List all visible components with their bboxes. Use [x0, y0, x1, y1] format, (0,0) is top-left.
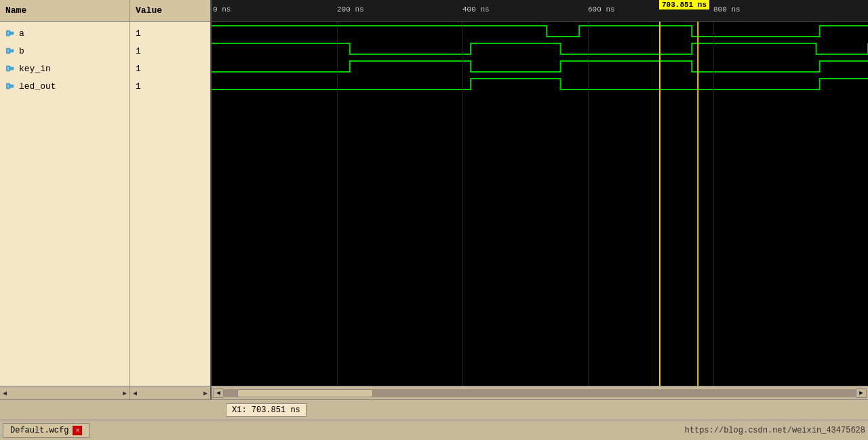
signal-ledout-icon — [5, 81, 16, 91]
signal-ledout-label: led_out — [19, 81, 56, 92]
value-b: 1 — [130, 42, 210, 60]
scroll-main-right-btn[interactable]: ▶ — [856, 388, 867, 398]
svg-rect-7 — [10, 67, 14, 70]
cursor-tooltip: 703.851 ns — [659, 0, 709, 9]
signal-keyin-label: key_in — [19, 64, 51, 74]
time-ruler: 0 ns 200 ns 400 ns 600 ns 800 ns — [212, 0, 868, 22]
waveform-canvas — [212, 22, 868, 386]
waveform-signals[interactable] — [212, 22, 868, 386]
scroll-value-panel: ◀ ▶ — [130, 386, 212, 400]
svg-rect-4 — [10, 49, 14, 52]
taskbar: Default.wcfg ✕ https://blog.csdn.net/wei… — [0, 420, 868, 440]
scroll-value-left-arrow[interactable]: ◀ — [133, 389, 137, 397]
main-area: Name a — [0, 0, 868, 386]
signal-a-icon — [5, 28, 16, 38]
status-bar: X1: 703.851 ns — [0, 399, 868, 420]
x1-status: X1: 703.851 ns — [226, 403, 307, 417]
signal-keyin-icon — [5, 64, 16, 73]
scrollbar-thumb[interactable] — [237, 389, 373, 397]
waveform-area[interactable]: 703.851 ns 0 ns 200 ns 400 ns 600 ns 800… — [212, 0, 868, 386]
scroll-left-arrow[interactable]: ◀ — [3, 389, 7, 397]
cursor-line — [659, 22, 660, 386]
time-label-600: 600 ns — [588, 5, 615, 14]
taskbar-close-btn[interactable]: ✕ — [73, 426, 82, 435]
value-keyin: 1 — [130, 60, 210, 77]
value-panel: Value 1 1 1 1 — [130, 0, 212, 386]
name-panel: Name a — [0, 0, 130, 386]
time-label-800: 800 ns — [713, 5, 741, 14]
svg-rect-10 — [10, 85, 14, 87]
signal-a-row[interactable]: a — [0, 24, 130, 42]
grid-line-200 — [337, 22, 338, 386]
scroll-right-arrow[interactable]: ▶ — [123, 389, 127, 397]
signal-b-label: b — [19, 46, 24, 56]
grid-line-600 — [588, 22, 589, 386]
value-list: 1 1 1 1 — [130, 22, 210, 386]
name-column-header: Name — [0, 0, 130, 22]
signal-b-icon — [5, 46, 16, 56]
scrollbar-area: ◀ ▶ ◀ ▶ ◀ ▶ — [0, 386, 868, 399]
value-column-header: Value — [130, 0, 210, 22]
signal-ledout-row[interactable]: led_out — [0, 77, 130, 95]
scroll-name-panel: ◀ ▶ — [0, 386, 130, 400]
scroll-value-right-arrow[interactable]: ▶ — [203, 389, 208, 397]
scrollbar-track[interactable] — [224, 389, 856, 397]
time-label-200: 200 ns — [337, 5, 364, 14]
taskbar-file-item[interactable]: Default.wcfg ✕ — [3, 423, 90, 438]
svg-rect-1 — [10, 32, 14, 35]
signal-a-label: a — [19, 28, 24, 39]
time-label-400: 400 ns — [462, 5, 490, 14]
time-label-0: 0 ns — [213, 5, 231, 14]
signal-b-row[interactable]: b — [0, 42, 130, 60]
signal-keyin-row[interactable]: key_in — [0, 60, 130, 77]
grid-line-800 — [713, 22, 714, 386]
grid-line-400 — [462, 22, 463, 386]
scroll-main-panel: ◀ ▶ — [212, 386, 868, 400]
value-a: 1 — [130, 24, 210, 42]
scroll-main-left-btn[interactable]: ◀ — [213, 388, 224, 398]
value-ledout: 1 — [130, 77, 210, 95]
taskbar-file-label: Default.wcfg — [10, 426, 68, 435]
watermark: https://blog.csdn.net/weixin_43475628 — [685, 426, 865, 435]
signal-name-list: a b — [0, 22, 130, 386]
